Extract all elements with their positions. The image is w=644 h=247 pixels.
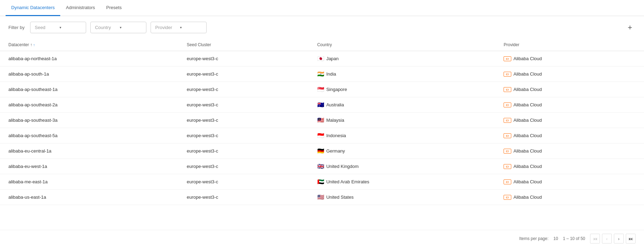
country-name: India [326,71,336,77]
col-seed-cluster: Seed Cluster [178,39,309,51]
provider-cell: C!Alibaba Cloud [495,174,644,190]
provider-cell: C!Alibaba Cloud [495,66,644,82]
svg-text:C!: C! [506,104,509,107]
provider-name: Alibaba Cloud [513,118,542,123]
table-row: alibaba-ap-southeast-5aeurope-west3-c🇮🇩I… [0,128,644,143]
provider-name: Alibaba Cloud [513,195,542,200]
next-page-button[interactable]: › [614,234,624,244]
seed-cluster-cell: europe-west3-c [178,143,309,159]
alibaba-icon: C! [504,56,511,61]
country-filter-value: Country [95,25,117,30]
table-row: alibaba-us-east-1aeurope-west3-c🇺🇸United… [0,190,644,205]
datacenter-cell: alibaba-eu-west-1a [0,159,178,174]
datacenter-cell: alibaba-me-east-1a [0,174,178,190]
provider-name: Alibaba Cloud [513,148,542,154]
datacenters-table: Datacenter ↑ Seed Cluster Country Provid… [0,39,644,205]
provider-filter[interactable]: Provider ▾ [151,22,207,33]
alibaba-icon: C! [504,149,511,154]
provider-cell: C!Alibaba Cloud [495,143,644,159]
tab-presets[interactable]: Presets [101,0,127,16]
svg-text:C!: C! [506,73,509,76]
country-name: United Arab Emirates [326,179,369,184]
country-flag: 🇮🇩 [317,132,324,139]
datacenter-cell: alibaba-eu-central-1a [0,143,178,159]
country-flag: 🇺🇸 [317,194,324,200]
country-cell: 🇯🇵Japan [309,51,496,66]
svg-text:C!: C! [506,88,509,91]
svg-text:C!: C! [506,150,509,153]
country-flag: 🇦🇪 [317,178,324,185]
first-page-button[interactable]: ⏮ [590,234,600,244]
country-cell: 🇺🇸United States [309,190,496,205]
country-cell: 🇲🇾Malaysia [309,113,496,128]
table-row: alibaba-me-east-1aeurope-west3-c🇦🇪United… [0,174,644,190]
datacenter-cell: alibaba-ap-southeast-3a [0,113,178,128]
seed-cluster-cell: europe-west3-c [178,66,309,82]
provider-cell: C!Alibaba Cloud [495,97,644,113]
alibaba-icon: C! [504,195,511,200]
alibaba-icon: C! [504,103,511,107]
prev-page-button[interactable]: ‹ [602,234,612,244]
country-filter[interactable]: Country ▾ [90,22,146,33]
add-button[interactable]: + [624,22,636,33]
seed-filter[interactable]: Seed ▾ [30,22,86,33]
seed-filter-value: Seed [35,25,57,30]
country-flag: 🇬🇧 [317,163,324,170]
table-body: alibaba-ap-northeast-1aeurope-west3-c🇯🇵J… [0,51,644,205]
country-cell: 🇮🇩Indonesia [309,128,496,143]
items-per-page-label: Items per page: [519,236,548,241]
seed-cluster-cell: europe-west3-c [178,174,309,190]
items-per-page-value: 10 [553,236,558,241]
seed-cluster-cell: europe-west3-c [178,82,309,97]
provider-name: Alibaba Cloud [513,133,542,138]
provider-name: Alibaba Cloud [513,56,542,61]
last-page-button[interactable]: ⏭ [626,234,636,244]
provider-name: Alibaba Cloud [513,102,542,107]
tab-bar: Dynamic Datacenters Administrators Prese… [0,0,644,16]
country-name: United Kingdom [326,164,359,169]
provider-cell: C!Alibaba Cloud [495,190,644,205]
country-name: Indonesia [326,133,346,138]
provider-cell: C!Alibaba Cloud [495,128,644,143]
filter-bar: Filter by Seed ▾ Country ▾ Provider ▾ + [0,16,644,39]
table-row: alibaba-eu-central-1aeurope-west3-c🇩🇪Ger… [0,143,644,159]
svg-text:C!: C! [506,119,509,122]
alibaba-icon: C! [504,87,511,92]
col-datacenter[interactable]: Datacenter ↑ [0,39,178,51]
provider-cell: C!Alibaba Cloud [495,51,644,66]
provider-name: Alibaba Cloud [513,179,542,184]
provider-name: Alibaba Cloud [513,71,542,77]
svg-text:C!: C! [506,57,509,61]
seed-cluster-cell: europe-west3-c [178,113,309,128]
country-name: Singapore [326,87,347,92]
alibaba-icon: C! [504,72,511,77]
country-filter-chevron: ▾ [120,26,142,29]
tab-dynamic-datacenters[interactable]: Dynamic Datacenters [6,0,60,16]
col-country: Country [309,39,496,51]
country-cell: 🇩🇪Germany [309,143,496,159]
table-container: Datacenter ↑ Seed Cluster Country Provid… [0,39,644,230]
alibaba-icon: C! [504,164,511,169]
alibaba-icon: C! [504,118,511,123]
seed-cluster-cell: europe-west3-c [178,51,309,66]
table-row: alibaba-ap-southeast-3aeurope-west3-c🇲🇾M… [0,113,644,128]
country-flag: 🇸🇬 [317,86,324,93]
table-row: alibaba-ap-southeast-2aeurope-west3-c🇦🇺A… [0,97,644,113]
tab-administrators[interactable]: Administrators [60,0,101,16]
provider-cell: C!Alibaba Cloud [495,113,644,128]
table-row: alibaba-ap-south-1aeurope-west3-c🇮🇳India… [0,66,644,82]
datacenter-cell: alibaba-ap-northeast-1a [0,51,178,66]
seed-cluster-cell: europe-west3-c [178,97,309,113]
table-header-row: Datacenter ↑ Seed Cluster Country Provid… [0,39,644,51]
provider-cell: C!Alibaba Cloud [495,159,644,174]
datacenter-cell: alibaba-ap-southeast-1a [0,82,178,97]
provider-name: Alibaba Cloud [513,164,542,169]
provider-cell: C!Alibaba Cloud [495,82,644,97]
provider-filter-value: Provider [155,25,177,30]
table-row: alibaba-ap-southeast-1aeurope-west3-c🇸🇬S… [0,82,644,97]
country-cell: 🇦🇪United Arab Emirates [309,174,496,190]
alibaba-icon: C! [504,179,511,184]
pagination-bar: Items per page: 10 1 – 10 of 50 ⏮ ‹ › ⏭ [0,230,644,247]
app-container: Dynamic Datacenters Administrators Prese… [0,0,644,247]
alibaba-icon: C! [504,133,511,138]
